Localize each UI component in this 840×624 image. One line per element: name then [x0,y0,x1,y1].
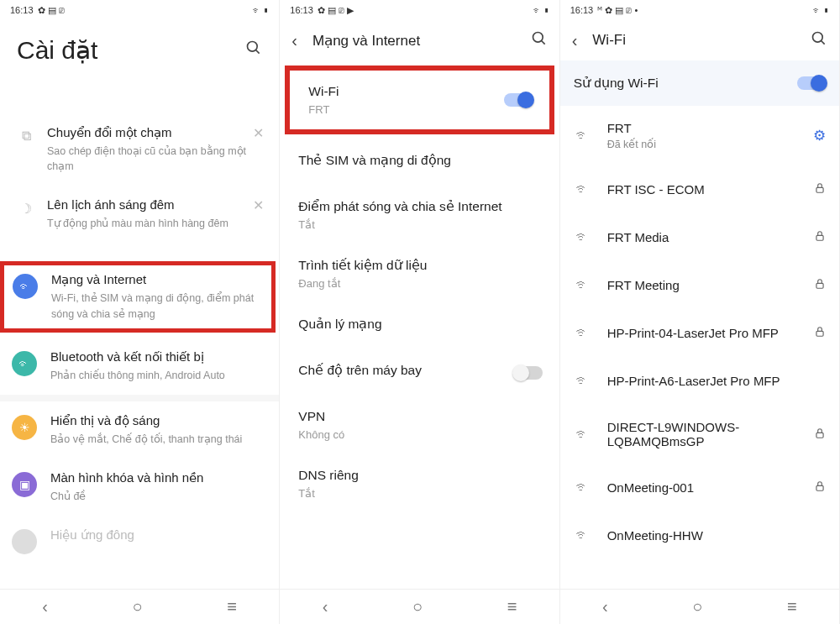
tip-title: Chuyển đổi một chạm [47,125,262,140]
svg-rect-9 [816,331,823,336]
nav-home-icon[interactable]: ○ [133,597,143,616]
row-sub: Tắt [298,487,540,500]
search-icon[interactable] [811,30,827,51]
row-sub: Bảo vệ mắt, Chế độ tối, thanh trạng thái [50,432,267,447]
row-wifi[interactable]: Wi-Fi FRT [290,71,549,129]
nav-bar: ‹ ○ ≡ [560,589,839,624]
row-title: Bluetooth và kết nối thiết bị [50,349,267,364]
panel-wifi: 16:13 ᴹ ✿ ▤ ⎚ • ᯤ ▮ ‹ Wi-Fi Sử dụng Wi-F… [560,0,840,624]
tip-sub: Sao chép điện thoại cũ của bạn bằng một … [47,144,262,174]
nav-bar: ‹ ○ ≡ [280,589,559,624]
svg-line-1 [256,50,260,54]
svg-point-4 [812,32,822,42]
wifi-signal-icon: ᯤ [574,479,592,496]
status-time: 16:13 [10,5,34,15]
wifi-signal-icon: ᯤ [574,324,592,342]
wifi-signal-icon: ᯤ [574,228,592,246]
close-icon[interactable]: ✕ [253,125,264,141]
row-title: Hiệu ứng đông [50,527,267,543]
row-network-internet[interactable]: ᯤ Mạng và Internet Wi-Fi, thẻ SIM và mạn… [9,269,266,324]
nav-home-icon[interactable]: ○ [412,597,423,616]
wifi-signal-icon: ᯤ [574,276,592,294]
status-icons: ᴹ ✿ ▤ ⎚ • [597,6,638,15]
nav-home-icon[interactable]: ○ [692,597,702,616]
gear-icon[interactable]: ⚙ [813,127,826,144]
copy-icon: ⧉ [17,127,35,145]
row-effects[interactable]: Hiệu ứng đông [0,516,279,556]
wifi-name: HP-Print-04-LaserJet Pro MFP [607,326,799,340]
close-icon[interactable]: ✕ [253,197,264,213]
wifi-network-row[interactable]: ᯤHP-Print-04-LaserJet Pro MFP [560,309,839,357]
nav-recent-icon[interactable]: ≡ [227,597,237,616]
status-right-icons: ᯤ ▮ [533,6,549,15]
nav-bar: ‹ ○ ≡ [0,589,279,624]
row-title: Thẻ SIM và mạng di động [298,153,540,168]
wifi-network-row[interactable]: ᯤFRT Meeting [560,261,839,309]
nav-back-icon[interactable]: ‹ [602,597,608,616]
wifi-network-row[interactable]: ᯤOnMeeting-HHW [560,511,839,559]
status-bar: 16:13 ✿ ▤ ⎚ ▶ ᯤ ▮ [280,0,559,20]
row-data-saver[interactable]: Trình tiết kiệm dữ liệu Đang tắt [280,244,559,303]
wifi-network-row[interactable]: ᯤOnMeeting-001 [560,464,839,511]
status-right-icons: ᯤ ▮ [252,6,269,15]
nav-recent-icon[interactable]: ≡ [787,597,797,616]
row-sub: Tắt [298,218,540,231]
wifi-name: OnMeeting-001 [607,480,799,495]
brightness-icon: ☀ [12,415,37,440]
use-wifi-row[interactable]: Sử dụng Wi-Fi [560,60,839,106]
nav-recent-icon[interactable]: ≡ [507,597,517,616]
lock-icon [814,278,826,292]
panel-settings: 16:13 ✿ ▤ ⎚ ᯤ ▮ Cài đặt ⧉ Chuyển đổi một… [0,0,280,624]
nav-back-icon[interactable]: ‹ [323,597,328,616]
back-icon[interactable]: ‹ [291,31,297,50]
nav-back-icon[interactable]: ‹ [42,597,48,616]
wifi-status: Đã kết nối [607,138,798,150]
wifi-network-row[interactable]: ᯤDIRECT-L9WINDOWS-LQBAMQBmsGP [560,405,839,464]
svg-rect-11 [816,485,823,490]
airplane-toggle[interactable] [514,366,543,380]
row-manage-network[interactable]: Quản lý mạng [280,303,559,349]
wifi-toggle[interactable] [504,93,533,107]
row-vpn[interactable]: VPN Không có [280,396,559,454]
header-title: Wi-Fi [592,32,795,49]
row-sim[interactable]: Thẻ SIM và mạng di động [280,139,559,186]
row-title: Trình tiết kiệm dữ liệu [298,258,540,273]
row-airplane[interactable]: Chế độ trên máy bay [280,349,559,396]
highlight-wifi: Wi-Fi FRT [285,66,554,134]
panel-network: 16:13 ✿ ▤ ⎚ ▶ ᯤ ▮ ‹ Mạng và Internet Wi-… [280,0,559,624]
status-icons: ✿ ▤ ⎚ ▶ [318,6,354,15]
row-title: VPN [298,409,540,424]
wifi-network-row[interactable]: ᯤFRT Media [560,213,839,261]
wifi-signal-icon: ᯤ [574,372,592,390]
svg-line-3 [541,40,544,44]
wifi-name: OnMeeting-HHW [607,528,826,543]
svg-rect-7 [816,235,823,240]
status-bar: 16:13 ᴹ ✿ ▤ ⎚ • ᯤ ▮ [560,0,839,20]
row-hotspot[interactable]: Điểm phát sóng và chia sẻ Internet Tắt [280,186,559,244]
wifi-network-row[interactable]: ᯤFRT ISC - ECOM [560,165,839,213]
highlight-network: ᯤ Mạng và Internet Wi-Fi, thẻ SIM và mạn… [0,261,276,332]
row-lockscreen[interactable]: ▣ Màn hình khóa và hình nền Chủ đề [0,459,279,516]
row-sub: Đang tắt [298,277,540,290]
row-title: Mạng và Internet [51,272,263,287]
tip-one-touch[interactable]: ⧉ Chuyển đổi một chạm Sao chép điện thoạ… [7,113,272,186]
use-wifi-toggle[interactable] [797,76,826,90]
lock-icon [814,182,826,197]
wifi-network-row[interactable]: ᯤHP-Print-A6-LaserJet Pro MFP [560,357,839,405]
row-bluetooth[interactable]: ᯤ Bluetooth và kết nối thiết bị Phản chi… [0,338,279,395]
row-dns[interactable]: DNS riêng Tắt [280,454,559,513]
lock-icon [814,427,826,442]
wifi-name: FRT [607,121,798,135]
search-icon[interactable] [531,30,548,51]
row-title: Quản lý mạng [298,317,540,332]
search-icon[interactable] [245,39,262,60]
row-title: Hiển thị và độ sáng [50,413,267,428]
tips-card: ⧉ Chuyển đổi một chạm Sao chép điện thoạ… [7,113,272,243]
wifi-signal-icon: ᯤ [574,527,592,544]
status-time: 16:13 [290,5,313,15]
tip-night-light[interactable]: ☽ Lên lịch ánh sáng đêm Tự động phủ màu … [7,186,272,243]
wifi-network-row[interactable]: ᯤFRTĐã kết nối⚙ [560,106,839,165]
wifi-signal-icon: ᯤ [574,426,592,443]
row-display[interactable]: ☀ Hiển thị và độ sáng Bảo vệ mắt, Chế độ… [0,401,279,459]
back-icon[interactable]: ‹ [572,31,578,50]
